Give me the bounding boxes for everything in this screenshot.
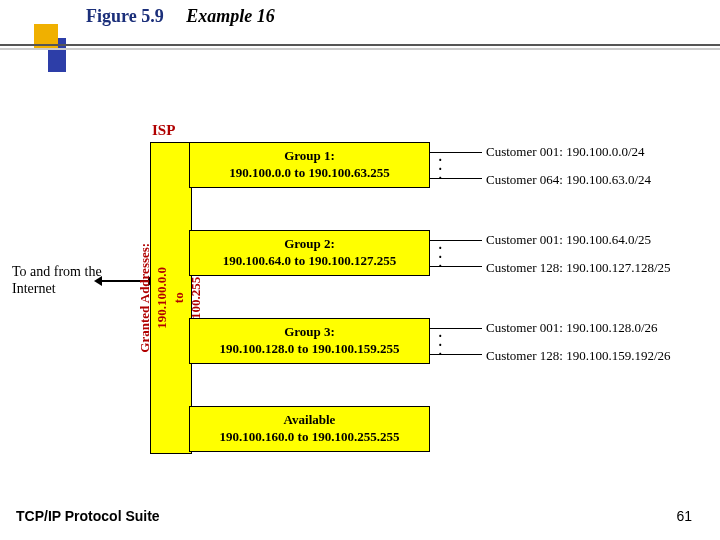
- customer-last-g1: Customer 064: 190.100.63.0/24: [486, 172, 651, 188]
- vertical-dots-icon: ···: [438, 156, 443, 183]
- group-3-block: Group 3: 190.100.128.0 to 190.100.159.25…: [189, 318, 430, 364]
- page-number: 61: [676, 508, 692, 524]
- slide-title: Figure 5.9 Example 16: [86, 6, 275, 27]
- footer-title: TCP/IP Protocol Suite: [16, 508, 160, 524]
- group-2-title: Group 2:: [284, 236, 335, 251]
- vertical-dots-icon: ···: [438, 244, 443, 271]
- isp-label: ISP: [152, 122, 175, 139]
- available-block: Available 190.100.160.0 to 190.100.255.2…: [189, 406, 430, 452]
- customer-first-g3: Customer 001: 190.100.128.0/26: [486, 320, 658, 336]
- group-2-range: 190.100.64.0 to 190.100.127.255: [223, 253, 396, 268]
- customer-first-g1: Customer 001: 190.100.0.0/24: [486, 144, 645, 160]
- available-range: 190.100.160.0 to 190.100.255.255: [220, 429, 400, 444]
- figure-number: Figure 5.9: [86, 6, 164, 26]
- granted-from: 190.100.0.0: [154, 267, 169, 329]
- vertical-dots-icon: ···: [438, 332, 443, 359]
- isp-block: Granted Addresses: 190.100.0.0 to 190.10…: [150, 142, 430, 452]
- granted-to-word: to: [171, 293, 186, 304]
- corner-decoration: [20, 10, 60, 74]
- group-1-title: Group 1:: [284, 148, 335, 163]
- isp-spine: Granted Addresses: 190.100.0.0 to 190.10…: [150, 142, 192, 454]
- group-3-range: 190.100.128.0 to 190.100.159.255: [220, 341, 400, 356]
- granted-title: Granted Addresses:: [137, 243, 152, 353]
- group-1-range: 190.100.0.0 to 190.100.63.255: [229, 165, 389, 180]
- available-title: Available: [284, 412, 336, 427]
- example-number: Example 16: [186, 6, 275, 26]
- granted-addresses-label: Granted Addresses: 190.100.0.0 to 190.10…: [153, 193, 189, 403]
- group-2-block: Group 2: 190.100.64.0 to 190.100.127.255: [189, 230, 430, 276]
- customer-last-g2: Customer 128: 190.100.127.128/25: [486, 260, 671, 276]
- customer-first-g2: Customer 001: 190.100.64.0/25: [486, 232, 651, 248]
- internet-label: To and from the Internet: [12, 264, 102, 298]
- ip-allocation-diagram: ISP To and from the Internet Granted Add…: [0, 100, 720, 480]
- customer-last-g3: Customer 128: 190.100.159.192/26: [486, 348, 671, 364]
- title-underline: [0, 44, 720, 48]
- group-3-title: Group 3:: [284, 324, 335, 339]
- group-1-block: Group 1: 190.100.0.0 to 190.100.63.255: [189, 142, 430, 188]
